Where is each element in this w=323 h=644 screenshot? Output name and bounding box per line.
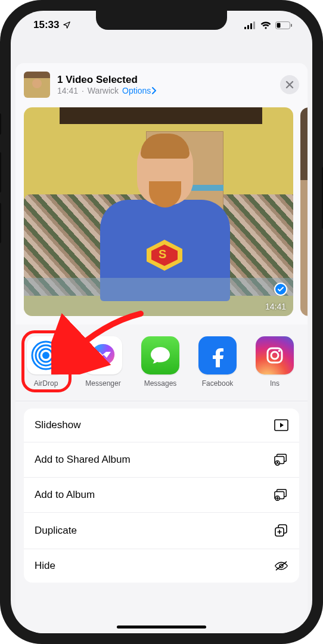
chevron-right-icon [151, 87, 157, 94]
svg-point-12 [271, 352, 278, 359]
cellular-signal-icon [244, 21, 256, 29]
selected-checkmark-icon [274, 283, 287, 296]
action-slideshow[interactable]: Slideshow [24, 408, 299, 442]
airdrop-badge: 1 [57, 333, 69, 345]
share-title: 1 Video Selected [57, 74, 273, 86]
home-indicator[interactable] [117, 626, 206, 628]
battery-icon [275, 21, 292, 29]
messages-icon [148, 343, 173, 368]
share-app-facebook[interactable]: Facebook [197, 336, 238, 388]
action-add-shared-album[interactable]: Add to Shared Album [24, 442, 299, 477]
share-app-messenger[interactable]: Messenger [82, 336, 124, 388]
svg-rect-1 [247, 25, 249, 29]
airdrop-icon [31, 340, 61, 370]
header-thumbnail [24, 72, 50, 98]
options-button[interactable]: Options [122, 86, 157, 95]
share-sheet: 1 Video Selected 14:41 · Warwick Options [15, 63, 308, 633]
facebook-icon [206, 343, 229, 367]
close-icon [285, 80, 294, 89]
video-duration: 14:41 [265, 302, 286, 311]
svg-rect-0 [244, 27, 246, 29]
share-app-instagram[interactable]: Ins [254, 336, 296, 388]
wifi-icon [260, 21, 271, 29]
add-album-icon [274, 488, 288, 501]
share-subtitle: 14:41 · Warwick Options [57, 86, 273, 95]
share-app-row: 1 AirDrop Messenger [15, 324, 308, 401]
share-app-airdrop[interactable]: 1 AirDrop [25, 336, 67, 388]
status-time: 15:33 [33, 19, 59, 31]
duplicate-icon [274, 524, 288, 538]
action-hide[interactable]: Hide [24, 549, 299, 583]
eye-slash-icon [274, 560, 288, 572]
next-preview-peek[interactable] [300, 107, 308, 316]
status-bar: 15:33 [11, 11, 312, 39]
svg-rect-6 [291, 24, 292, 27]
svg-rect-3 [253, 21, 255, 29]
video-preview[interactable]: S 14:41 [24, 107, 293, 316]
svg-point-18 [277, 462, 278, 463]
svg-point-7 [42, 352, 49, 359]
action-list: Slideshow Add to Shared Album Add to Alb… [24, 408, 299, 583]
action-add-album[interactable]: Add to Album [24, 477, 299, 512]
close-button[interactable] [280, 75, 299, 94]
share-sheet-header: 1 Video Selected 14:41 · Warwick Options [15, 63, 308, 104]
action-duplicate[interactable]: Duplicate [24, 512, 299, 549]
shared-album-icon [274, 453, 288, 466]
messenger-icon [88, 340, 118, 370]
instagram-icon [263, 343, 287, 367]
location-services-icon [63, 21, 71, 29]
svg-rect-2 [250, 23, 252, 29]
svg-point-13 [278, 350, 281, 352]
svg-rect-5 [277, 23, 281, 27]
share-app-messages[interactable]: Messages [139, 336, 181, 388]
play-rect-icon [274, 419, 288, 431]
